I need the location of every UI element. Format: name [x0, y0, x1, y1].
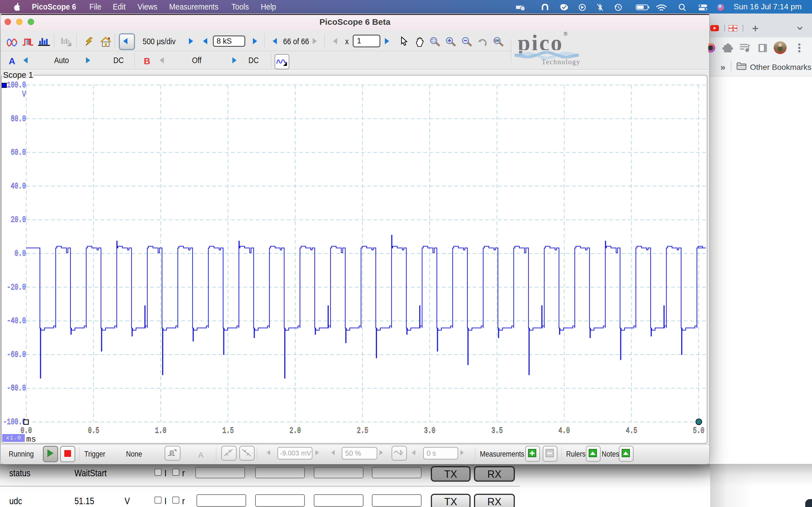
svg-text:Royal Mail: Royal Mail: [729, 28, 735, 29]
svg-text:100: 100: [495, 39, 499, 42]
